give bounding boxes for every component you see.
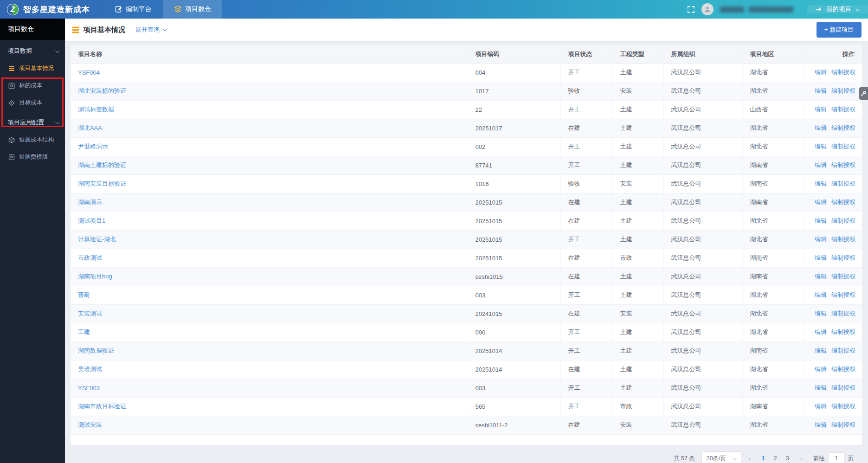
project-name-link[interactable]: 测试安装 xyxy=(78,421,102,428)
page-number-2[interactable]: 2 xyxy=(770,453,780,463)
project-name-link[interactable]: 湖南土建标的验证 xyxy=(78,161,126,168)
settings-drawer-handle[interactable] xyxy=(859,87,868,100)
table-row: 测试项目120251015在建土建武汉总公司湖北省编辑编制授权 xyxy=(71,212,862,230)
sidebar-item-goal-cost[interactable]: 目标成本 xyxy=(0,94,65,111)
main-area: 项目基本情况 展开查询 + 新建项目 项目名称 项目编码 xyxy=(65,19,868,463)
new-project-button[interactable]: + 新建项目 xyxy=(817,22,862,38)
project-org-cell: 武汉总公司 xyxy=(663,397,742,416)
authorize-action-link[interactable]: 编制授权 xyxy=(831,124,855,131)
authorize-action-link[interactable]: 编制授权 xyxy=(831,254,855,261)
actions-cell: 编辑编制授权 xyxy=(804,100,862,119)
edit-action-link[interactable]: 编辑 xyxy=(815,124,827,131)
fullscreen-button[interactable] xyxy=(687,6,695,13)
authorize-action-link[interactable]: 编制授权 xyxy=(831,384,855,391)
project-name-link[interactable]: 测试标签数据 xyxy=(78,106,114,113)
page-number-3[interactable]: 3 xyxy=(782,453,792,463)
project-name-link[interactable]: YSF003 xyxy=(78,385,100,392)
nav-tab-data-warehouse[interactable]: 项目数仓 xyxy=(163,0,222,19)
user-avatar[interactable] xyxy=(701,3,714,15)
edit-action-link[interactable]: 编辑 xyxy=(815,254,827,261)
authorize-action-link[interactable]: 编制授权 xyxy=(831,106,855,113)
project-name-link[interactable]: 湖南安装目标验证 xyxy=(78,180,126,187)
sidebar-header: 项目数仓 xyxy=(0,19,65,40)
edit-action-link[interactable]: 编辑 xyxy=(815,366,827,373)
column-header-code: 项目编码 xyxy=(468,45,560,63)
sidebar-item-project-basic-info[interactable]: 项目基本情况 xyxy=(0,60,65,77)
prev-page-button[interactable]: ‹ xyxy=(745,455,754,462)
edit-action-link[interactable]: 编辑 xyxy=(815,69,827,76)
authorize-action-link[interactable]: 编制授权 xyxy=(831,421,855,428)
project-name-link[interactable]: 测试项目1 xyxy=(78,217,105,224)
edit-action-link[interactable]: 编辑 xyxy=(815,384,827,391)
expand-query-toggle[interactable]: 展开查询 xyxy=(135,26,166,34)
actions-cell: 编辑编制授权 xyxy=(804,82,862,100)
authorize-action-link[interactable]: 编制授权 xyxy=(831,217,855,224)
page-size-select[interactable]: 20条/页 xyxy=(701,451,741,463)
edit-action-link[interactable]: 编辑 xyxy=(815,403,827,410)
project-name-link[interactable]: 吴瑛测试 xyxy=(78,366,102,373)
authorize-action-link[interactable]: 编制授权 xyxy=(831,347,855,354)
edit-action-link[interactable]: 编辑 xyxy=(815,161,827,168)
authorize-action-link[interactable]: 编制授权 xyxy=(831,143,855,150)
authorize-action-link[interactable]: 编制授权 xyxy=(831,291,855,298)
edit-action-link[interactable]: 编辑 xyxy=(815,87,827,94)
project-name-link[interactable]: 湖南市政目标验证 xyxy=(78,403,126,410)
project-region-cell: 湖北省 xyxy=(742,360,804,379)
edit-action-link[interactable]: 编辑 xyxy=(815,199,827,206)
edit-action-link[interactable]: 编辑 xyxy=(815,236,827,243)
authorize-action-link[interactable]: 编制授权 xyxy=(831,328,855,335)
project-type-cell: 土建 xyxy=(612,323,663,341)
project-name-link[interactable]: 安装测试 xyxy=(78,310,102,317)
edit-action-link[interactable]: 编辑 xyxy=(815,273,827,280)
edit-action-link[interactable]: 编辑 xyxy=(815,106,827,113)
authorize-action-link[interactable]: 编制授权 xyxy=(831,403,855,410)
project-name-link[interactable]: YSF004 xyxy=(78,69,100,76)
authorize-action-link[interactable]: 编制授权 xyxy=(831,236,855,243)
my-project-menu[interactable]: 我的项目 xyxy=(807,5,868,13)
actions-cell: 编辑编制授权 xyxy=(804,304,862,323)
project-org-cell: 武汉总公司 xyxy=(663,193,742,212)
edit-action-link[interactable]: 编辑 xyxy=(815,347,827,354)
project-name-link[interactable]: 市政测试 xyxy=(78,254,102,261)
edit-action-link[interactable]: 编辑 xyxy=(815,180,827,187)
sidebar-item-bid-cost[interactable]: 标的成本 xyxy=(0,77,65,94)
project-status-cell: 在建 xyxy=(560,119,612,137)
project-name-link[interactable]: 尹世峰演示 xyxy=(78,143,108,150)
project-name-link[interactable]: 湖南项目bug xyxy=(78,273,112,280)
project-type-cell: 土建 xyxy=(612,341,663,360)
project-name-link[interactable]: 晋耐 xyxy=(78,291,90,298)
page-number-1[interactable]: 1 xyxy=(758,453,768,463)
authorize-action-link[interactable]: 编制授权 xyxy=(831,161,855,168)
authorize-action-link[interactable]: 编制授权 xyxy=(831,366,855,373)
actions-cell: 编辑编制授权 xyxy=(804,379,862,397)
wrench-icon xyxy=(861,91,866,96)
sidebar-item-measure-cost-structure[interactable]: 措施成本结构 xyxy=(0,131,65,148)
project-name-link[interactable]: 湖北AAA xyxy=(78,124,102,131)
diamond-target-icon xyxy=(8,99,15,106)
edit-action-link[interactable]: 编辑 xyxy=(815,421,827,428)
sidebar-group-project-app-config[interactable]: 项目应用配置 xyxy=(0,111,65,131)
next-page-button[interactable]: › xyxy=(796,455,805,462)
project-name-link[interactable]: 湖北安装标的验证 xyxy=(78,87,126,94)
edit-action-link[interactable]: 编辑 xyxy=(815,291,827,298)
sidebar-group-project-data[interactable]: 项目数据 xyxy=(0,40,65,60)
edit-action-link[interactable]: 编辑 xyxy=(815,310,827,317)
edit-action-link[interactable]: 编辑 xyxy=(815,328,827,335)
authorize-action-link[interactable]: 编制授权 xyxy=(831,180,855,187)
edit-action-link[interactable]: 编辑 xyxy=(815,217,827,224)
authorize-action-link[interactable]: 编制授权 xyxy=(831,199,855,206)
project-name-link[interactable]: 计算验证-湖北 xyxy=(78,236,116,243)
authorize-action-link[interactable]: 编制授权 xyxy=(831,273,855,280)
project-name-link[interactable]: 湖南数据验证 xyxy=(78,347,114,354)
sidebar-item-measure-fee-template[interactable]: 措施费模版 xyxy=(0,148,65,166)
project-region-cell: 湖北省 xyxy=(742,416,804,434)
nav-tab-authoring[interactable]: 编制平台 xyxy=(104,0,163,19)
authorize-action-link[interactable]: 编制授权 xyxy=(831,69,855,76)
goto-page-input[interactable] xyxy=(828,452,845,463)
project-name-link[interactable]: 湖南演示 xyxy=(78,199,102,206)
person-icon xyxy=(704,6,711,13)
authorize-action-link[interactable]: 编制授权 xyxy=(831,310,855,317)
project-name-link[interactable]: 工建 xyxy=(78,328,90,335)
edit-action-link[interactable]: 编辑 xyxy=(815,143,827,150)
authorize-action-link[interactable]: 编制授权 xyxy=(831,87,855,94)
